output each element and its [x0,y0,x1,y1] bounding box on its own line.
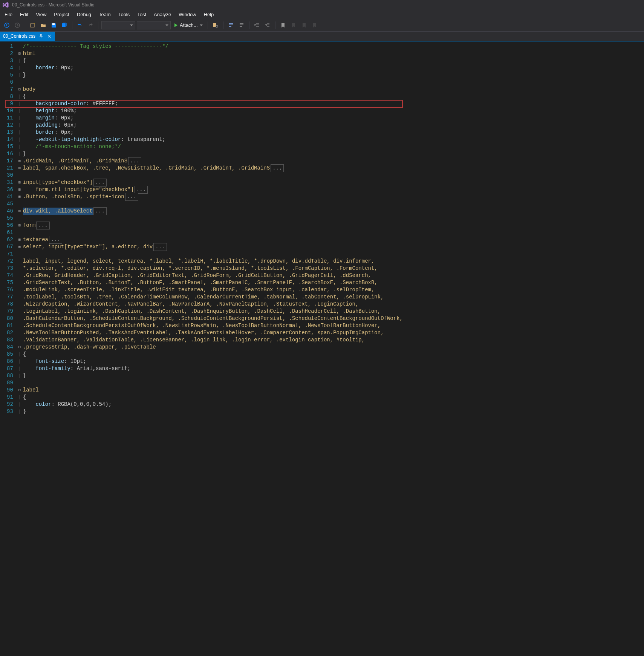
code-line[interactable]: .ValidationBanner, .ValidationTable, .Li… [23,336,403,344]
fold-expand-icon[interactable] [17,243,22,251]
code-line[interactable]: } [23,408,403,415]
code-line[interactable]: .WizardCaption, .WizardContent, .NavPane… [23,301,403,308]
fold-collapse-icon[interactable] [17,86,22,93]
code-line[interactable]: *.selector, *.editor, div.req-l, div.cap… [23,265,403,272]
code-line[interactable]: .GridRow, GridHeader, .GridCaption, .Gri… [23,272,403,279]
code-line[interactable]: html [23,50,403,57]
code-line[interactable]: color: RGBA(0,0,0,0.54); [23,401,403,408]
outdent-button[interactable] [263,21,272,30]
code-line[interactable]: } [23,150,403,158]
code-line[interactable]: label, span.checkBox, .tree, .NewsListTa… [23,165,403,172]
code-line[interactable] [23,229,403,236]
tab-active[interactable]: 00_Controls.css [0,32,55,41]
fold-gutter[interactable] [17,41,22,656]
code-content[interactable]: /*--------------- Tag styles -----------… [22,41,403,656]
code-line[interactable]: body [23,86,403,93]
menu-file[interactable]: File [1,10,16,19]
code-line[interactable]: { [23,351,403,358]
code-line[interactable]: /*--------------- Tag styles -----------… [23,43,403,50]
next-bookmark-button[interactable] [300,21,309,30]
code-line[interactable]: form.rtl input[type="checkbox"]... [23,186,403,193]
comment-button[interactable] [226,21,236,30]
fold-expand-icon[interactable] [17,179,22,186]
menu-window[interactable]: Window [175,10,200,19]
code-line[interactable]: .NewsToolBarButtonPushed, .TasksAndEvent… [23,329,403,336]
code-line[interactable]: .DashCalendarButton, .ScheduleContentBac… [23,315,403,322]
code-line[interactable]: input[type="checkbox"]... [23,179,403,186]
indent-button[interactable] [252,21,262,30]
code-line[interactable]: font-family: Arial,sans-serif; [23,365,403,372]
fold-expand-icon[interactable] [17,208,22,215]
menu-team[interactable]: Team [95,10,115,19]
code-line[interactable]: .GridMain, .GridMainT, .GridMainS... [23,158,403,165]
menu-analyze[interactable]: Analyze [150,10,175,19]
collapsed-region[interactable]: ... [125,193,138,201]
code-line[interactable]: form... [23,222,403,229]
save-all-button[interactable] [60,21,69,30]
collapsed-region[interactable]: ... [128,157,141,165]
collapsed-region[interactable]: ... [49,236,62,244]
code-line[interactable]: background-color: #FFFFFF; [23,100,403,107]
code-line[interactable] [23,79,403,86]
find-in-files-button[interactable] [211,21,220,30]
close-icon[interactable] [47,34,52,39]
code-line[interactable]: select, input[type="text"], a.editor, di… [23,243,403,251]
redo-button[interactable] [86,21,95,30]
fold-expand-icon[interactable] [17,222,22,229]
menu-view[interactable]: View [32,10,50,19]
code-line[interactable]: -webkit-tap-highlight-color: transparent… [23,136,403,143]
fold-expand-icon[interactable] [17,236,22,243]
code-line[interactable]: border: 0px; [23,64,403,72]
code-line[interactable]: .ScheduleContentBackgroundPersistOutOfWo… [23,322,403,329]
fold-expand-icon[interactable] [17,158,22,165]
code-line[interactable]: padding: 0px; [23,122,403,129]
code-line[interactable] [23,251,403,258]
code-line[interactable] [23,215,403,222]
save-button[interactable] [49,21,58,30]
code-line[interactable]: height: 100%; [23,107,403,115]
code-line[interactable] [23,379,403,387]
menu-test[interactable]: Test [133,10,150,19]
uncomment-button[interactable] [237,21,246,30]
menu-help[interactable]: Help [200,10,218,19]
undo-button[interactable] [75,21,84,30]
code-line[interactable]: { [23,93,403,100]
attach-debugger-button[interactable]: Attach... [172,21,205,29]
fold-expand-icon[interactable] [17,165,22,172]
code-line[interactable]: .progressStrip, .dash-wrapper, .pivotTab… [23,344,403,351]
nav-forward-button[interactable] [13,21,22,30]
solution-platform-dropdown[interactable] [137,21,171,29]
code-line[interactable]: label [23,387,403,394]
fold-collapse-icon[interactable] [17,344,22,351]
bookmark-button[interactable] [278,21,288,30]
nav-back-button[interactable] [2,21,11,30]
code-line[interactable]: div.wiki, .allowSelect... [23,208,403,215]
menu-project[interactable]: Project [50,10,73,19]
code-line[interactable] [23,172,403,179]
collapsed-region[interactable]: ... [271,164,284,172]
code-line[interactable]: { [23,394,403,401]
collapsed-region[interactable]: ... [93,207,107,215]
collapsed-region[interactable]: ... [135,186,148,194]
collapsed-region[interactable]: ... [153,243,167,251]
menu-edit[interactable]: Edit [16,10,32,19]
solution-config-dropdown[interactable] [101,21,135,29]
menu-debug[interactable]: Debug [73,10,95,19]
code-line[interactable]: /*-ms-touch-action: none;*/ [23,143,403,150]
fold-expand-icon[interactable] [17,193,22,200]
collapsed-region[interactable]: ... [93,179,107,187]
new-project-button[interactable] [28,21,37,30]
code-line[interactable] [23,200,403,208]
code-line[interactable]: border: 0px; [23,129,403,136]
code-line[interactable]: textarea... [23,236,403,243]
fold-expand-icon[interactable] [17,186,22,193]
fold-collapse-icon[interactable] [17,387,22,394]
code-line[interactable]: } [23,72,403,79]
code-line[interactable]: .LoginLabel, .LoginLink, .DashCaption, .… [23,308,403,315]
code-line[interactable]: margin: 0px; [23,115,403,122]
code-line[interactable]: { [23,57,403,64]
code-line[interactable]: .Button, .toolsBtn, .sprite-icon... [23,193,403,200]
collapsed-region[interactable]: ... [36,222,49,229]
fold-collapse-icon[interactable] [17,50,22,57]
code-line[interactable]: } [23,372,403,379]
